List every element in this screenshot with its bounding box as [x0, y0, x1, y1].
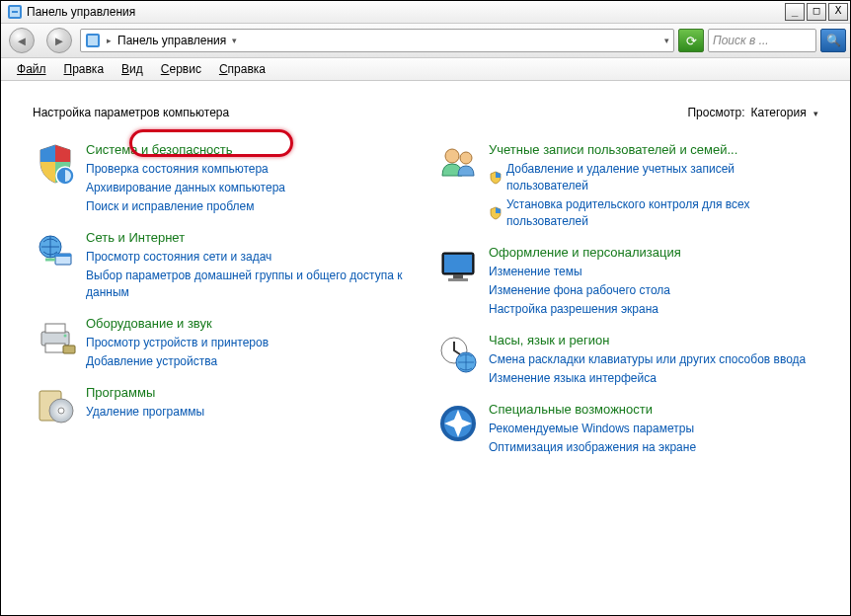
category-link[interactable]: Добавление и удаление учетных записей по…	[506, 161, 818, 194]
category-link[interactable]: Установка родительского контроля для все…	[506, 196, 818, 230]
content-area: Настройка параметров компьютера Просмотр…	[3, 82, 848, 613]
categories: Система и безопасность Проверка состояни…	[33, 141, 818, 456]
chevron-down-icon[interactable]: ▾	[664, 36, 669, 45]
globe-network-icon	[33, 229, 78, 274]
category-title[interactable]: Программы	[86, 384, 204, 402]
menu-view[interactable]: Вид	[114, 60, 151, 78]
printer-icon	[33, 315, 78, 360]
chevron-down-icon: ▾	[813, 109, 818, 118]
minimize-button[interactable]: _	[785, 3, 805, 21]
svg-rect-13	[63, 346, 75, 353]
breadcrumb[interactable]: Панель управления	[117, 34, 226, 47]
refresh-button[interactable]: ⟳	[678, 29, 704, 52]
category-clock-language: Часы, язык и регион Смена раскладки клав…	[435, 332, 818, 387]
category-title[interactable]: Система и безопасность	[86, 141, 285, 159]
uac-shield-icon	[489, 171, 503, 185]
category-link[interactable]: Просмотр устройств и принтеров	[86, 335, 269, 351]
close-button[interactable]: X	[828, 3, 848, 21]
left-column: Система и безопасность Проверка состояни…	[33, 141, 416, 456]
category-link[interactable]: Изменение темы	[489, 264, 681, 280]
category-link[interactable]: Просмотр состояния сети и задач	[86, 249, 416, 266]
chevron-down-icon[interactable]: ▾	[232, 36, 237, 45]
category-user-accounts: Учетные записи пользователей и семей... …	[435, 141, 818, 230]
svg-point-17	[445, 149, 459, 163]
category-link[interactable]: Смена раскладки клавиатуры или других сп…	[489, 351, 806, 368]
menu-tools[interactable]: Сервис	[153, 60, 209, 78]
svg-rect-11	[45, 344, 65, 352]
category-link[interactable]: Выбор параметров домашней группы и общег…	[86, 268, 416, 301]
search-input[interactable]: Поиск в ...	[708, 29, 816, 52]
category-appearance: Оформление и персонализация Изменение те…	[435, 244, 818, 318]
control-panel-icon	[7, 4, 23, 20]
svg-rect-22	[448, 278, 468, 281]
ease-of-access-icon	[435, 401, 481, 446]
svg-rect-8	[55, 254, 71, 257]
content-header: Настройка параметров компьютера Просмотр…	[33, 106, 818, 119]
page-title: Настройка параметров компьютера	[33, 106, 229, 119]
category-title[interactable]: Специальные возможности	[489, 401, 696, 419]
category-network-internet: Сеть и Интернет Просмотр состояния сети …	[33, 229, 416, 301]
forward-button[interactable]: ►	[42, 26, 76, 55]
address-bar[interactable]: ▸ Панель управления ▾ ▾	[80, 29, 674, 52]
category-programs: Программы Удаление программы	[33, 384, 416, 429]
category-ease-of-access: Специальные возможности Рекомендуемые Wi…	[435, 401, 818, 456]
svg-rect-10	[45, 324, 65, 333]
menubar: Файл Правка Вид Сервис Справка	[1, 58, 850, 81]
category-title[interactable]: Часы, язык и регион	[489, 332, 806, 349]
monitor-appearance-icon	[435, 244, 481, 289]
view-by-dropdown[interactable]: Категория ▾	[751, 106, 818, 119]
category-link[interactable]: Изменение языка интерфейса	[489, 370, 806, 387]
svg-rect-20	[444, 255, 472, 272]
back-button[interactable]: ◄	[5, 26, 39, 55]
svg-point-18	[460, 152, 472, 164]
menu-help[interactable]: Справка	[211, 60, 273, 78]
view-value: Категория	[751, 106, 807, 119]
shield-icon	[33, 141, 78, 187]
category-link[interactable]: Удаление программы	[86, 404, 204, 421]
window: Панель управления _ □ X ◄ ► ▸ Панель упр…	[0, 0, 851, 616]
menu-file[interactable]: Файл	[9, 60, 54, 78]
maximize-button[interactable]: □	[807, 3, 826, 21]
svg-point-16	[58, 408, 64, 414]
svg-rect-2	[12, 11, 18, 13]
category-title[interactable]: Оборудование и звук	[86, 315, 269, 333]
category-link[interactable]: Оптимизация изображения на экране	[489, 439, 696, 456]
category-link[interactable]: Поиск и исправление проблем	[86, 198, 285, 215]
category-link[interactable]: Архивирование данных компьютера	[86, 180, 285, 196]
category-system-security: Система и безопасность Проверка состояни…	[33, 141, 416, 215]
category-link[interactable]: Добавление устройства	[86, 353, 269, 370]
window-title: Панель управления	[27, 5, 785, 19]
category-link[interactable]: Проверка состояния компьютера	[86, 161, 285, 178]
search-placeholder: Поиск в ...	[713, 34, 812, 47]
clock-globe-icon	[435, 332, 481, 377]
category-link[interactable]: Настройка разрешения экрана	[489, 301, 681, 318]
window-controls: _ □ X	[785, 3, 848, 21]
svg-point-12	[64, 335, 67, 338]
svg-rect-21	[453, 274, 463, 278]
category-hardware-sound: Оборудование и звук Просмотр устройств и…	[33, 315, 416, 370]
control-panel-icon	[85, 33, 101, 48]
view-label: Просмотр:	[687, 106, 744, 119]
titlebar: Панель управления _ □ X	[1, 1, 850, 24]
category-link[interactable]: Рекомендуемые Windows параметры	[489, 421, 696, 437]
uac-shield-icon	[489, 206, 503, 220]
category-title[interactable]: Оформление и персонализация	[489, 244, 681, 262]
svg-rect-4	[88, 36, 98, 45]
category-title[interactable]: Учетные записи пользователей и семей...	[489, 141, 818, 159]
chevron-right-icon: ▸	[107, 36, 112, 45]
navbar: ◄ ► ▸ Панель управления ▾ ▾ ⟳ Поиск в ..…	[1, 24, 850, 58]
category-title[interactable]: Сеть и Интернет	[86, 229, 416, 247]
right-column: Учетные записи пользователей и семей... …	[435, 141, 818, 456]
disc-box-icon	[33, 384, 78, 429]
users-icon	[435, 141, 481, 187]
menu-edit[interactable]: Правка	[56, 60, 113, 78]
search-button[interactable]: 🔍	[820, 29, 846, 52]
category-link[interactable]: Изменение фона рабочего стола	[489, 282, 681, 299]
